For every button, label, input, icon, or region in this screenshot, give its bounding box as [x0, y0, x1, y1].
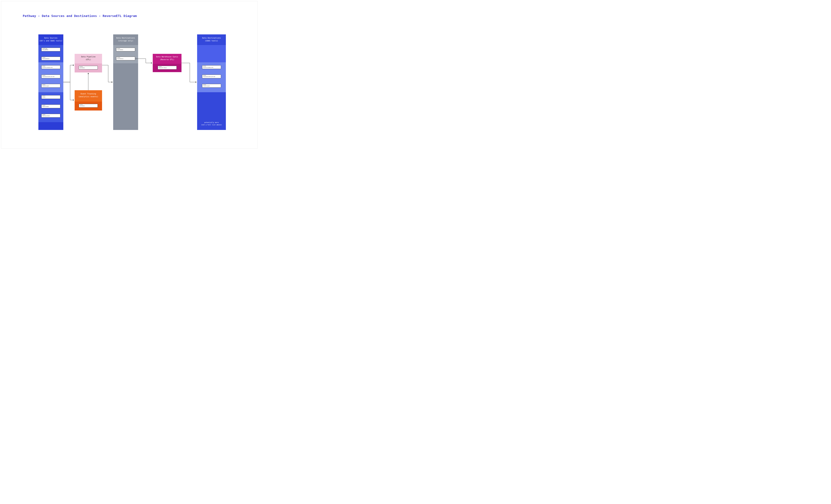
source-mobile-applications: ********* Mobile applications — [41, 57, 60, 60]
data-sources-title-line2: (UX's and SAAS tools) — [38, 39, 63, 42]
sources-group-3: ********* Surveys ********* Website anal… — [38, 92, 63, 122]
source-broadcast-emails: ********* Broadcast campaign emails — [41, 65, 60, 69]
card-desc: Data Warehouse — [117, 58, 134, 59]
saas-items-section: ********* Broadcast campaign emails ****… — [197, 62, 226, 92]
saas-customer-support: ********* Customer support — [202, 84, 221, 88]
evt-title-line2: (analytics events) — [75, 95, 102, 98]
card-desc: Mobile applications — [42, 58, 59, 59]
source-transactional-emails: ********* Transactional emails, push not… — [41, 75, 60, 78]
data-pipeline-etl-box: Data Pipeline (ETL) ********* Data Pipel… — [75, 54, 102, 72]
card-desc: Broadcast campaign emails — [42, 67, 59, 68]
storage-data-warehouse: ********* Data Warehouse — [116, 57, 135, 60]
column-storage: Data Destinations (storage only) *******… — [113, 34, 138, 130]
card-desc: Cloud Database — [117, 49, 134, 50]
source-website-analytics: ********* Website analytics — [41, 105, 60, 108]
saas-title: Data Destinations (SAAS tools) — [197, 34, 226, 42]
sources-group-2: ********* Broadcast campaign emails ****… — [38, 62, 63, 92]
column-saas-destinations: Data Destinations (SAAS tools) *********… — [197, 34, 226, 130]
event-tracking-data-pipeline: ********* Data Pipeline — [79, 104, 98, 108]
saas-note-line2: (not a full list above) — [197, 124, 226, 126]
reverse-etl-title: Data Warehouse Syncs (Reverse ETL) — [153, 54, 181, 61]
card-desc: Data Pipeline — [80, 67, 97, 68]
etl-title-line2: (ETL) — [75, 58, 102, 61]
saas-broadcast-emails: ********* Broadcast campaign emails — [202, 65, 221, 69]
reverse-etl-box: Data Warehouse Syncs (Reverse ETL) *****… — [153, 54, 181, 72]
data-sources-title: Data Sources (UX's and SAAS tools) — [38, 34, 63, 42]
source-customer-support: ********* Customer support — [41, 84, 60, 88]
event-tracking-title: Event Tracking (analytics events) — [75, 90, 102, 98]
etl-data-pipeline: ********* Data Pipeline — [79, 66, 98, 69]
retl-title-line1: Data Warehouse Syncs — [153, 56, 181, 58]
card-desc: Data Pipeline — [80, 106, 97, 106]
column-data-sources: Data Sources (UX's and SAAS tools) *****… — [38, 34, 63, 130]
storage-title: Data Destinations (storage only) — [113, 34, 138, 42]
reverse-etl-platform: ********* Reverse ETL Platform — [158, 66, 177, 69]
storage-title-line1: Data Destinations — [113, 37, 138, 39]
etl-title: Data Pipeline (ETL) — [75, 54, 102, 61]
retl-title-line2: (Reverse ETL) — [153, 58, 181, 61]
sources-group-1: *********.com Web application ********* … — [38, 45, 63, 62]
saas-title-line2: (SAAS tools) — [197, 39, 226, 42]
saas-top-spacer — [197, 45, 226, 62]
source-web-application: *********.com Web application — [41, 48, 60, 51]
card-desc: Web application — [42, 49, 59, 50]
storage-section: ********* Cloud Database ********* Data … — [113, 45, 138, 63]
card-desc: Customer support — [42, 85, 59, 86]
saas-title-line1: Data Destinations — [197, 37, 226, 39]
diagram-canvas: Data Sources (UX's and SAAS tools) *****… — [1, 1, 257, 148]
saas-transactional-emails: ********* Transactional emails, push not… — [202, 75, 221, 78]
card-desc: Transactional emails, push notifs — [42, 76, 59, 77]
card-desc: Website analytics — [42, 106, 59, 107]
data-sources-title-line1: Data Sources — [38, 37, 63, 39]
card-desc: Broadcast campaign emails — [203, 67, 220, 68]
card-desc: Mobile app analytics — [42, 115, 59, 116]
etl-title-line1: Data Pipeline — [75, 56, 102, 58]
source-mobile-app-analytics: ********* Mobile app analytics — [41, 114, 60, 117]
card-desc: Customer support — [203, 85, 220, 86]
storage-cloud-database: ********* Cloud Database — [116, 48, 135, 51]
saas-note: potentially more (not a full list above) — [197, 121, 226, 126]
card-desc: Reverse ETL Platform — [159, 67, 176, 68]
event-tracking-box: Event Tracking (analytics events) ******… — [75, 90, 102, 111]
source-surveys: ********* Surveys — [41, 95, 60, 99]
diagram-frame: Pathway - Data Sources and Destinations … — [1, 1, 258, 149]
storage-title-line2: (storage only) — [113, 39, 138, 42]
card-desc: Transactional emails, push notifs — [203, 76, 220, 77]
evt-title-line1: Event Tracking — [75, 93, 102, 95]
saas-note-line1: potentially more — [197, 121, 226, 124]
card-desc: Surveys — [42, 97, 59, 98]
